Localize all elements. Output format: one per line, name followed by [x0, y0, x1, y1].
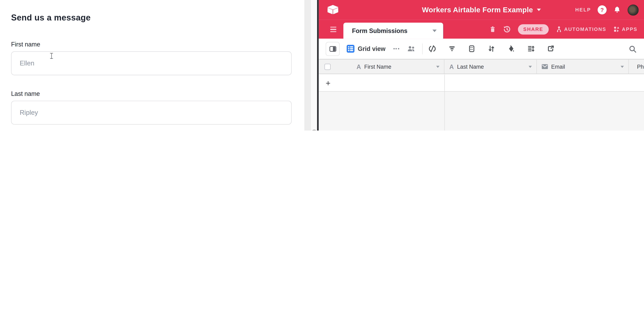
automations-icon: [556, 26, 562, 33]
form-title: Send us a message: [11, 13, 292, 23]
first-name-label: First name: [11, 41, 40, 48]
single-line-text-icon: A: [356, 63, 361, 70]
last-name-label: Last name: [11, 90, 40, 97]
page-scrollbar[interactable]: [311, 0, 317, 131]
add-row-plus-icon[interactable]: +: [326, 79, 330, 87]
screen: Send us a message First name Last name: [0, 0, 644, 131]
last-name-input[interactable]: [11, 101, 292, 125]
sidebar-toggle-icon: [329, 46, 336, 52]
view-toolbar: Grid view: [319, 39, 644, 59]
hide-fields-icon[interactable]: [429, 45, 436, 52]
add-row[interactable]: +: [319, 75, 644, 92]
row-height-icon[interactable]: [528, 45, 534, 52]
base-title-caret-icon[interactable]: [537, 9, 541, 11]
column-header-last-name[interactable]: A Last Name: [444, 60, 537, 74]
automations-button[interactable]: AUTOMATIONS: [556, 26, 606, 33]
single-line-text-icon: A: [449, 63, 454, 70]
apps-icon: [613, 26, 620, 33]
base-title[interactable]: Workers Airtable Form Example: [422, 6, 533, 14]
first-name-input[interactable]: [11, 52, 292, 75]
grid-header-row: A First Name A Last Name Email: [319, 59, 644, 74]
filter-icon[interactable]: [448, 45, 456, 52]
page-gutter: [304, 0, 311, 131]
help-button[interactable]: HELP: [575, 7, 591, 13]
column-header-first-name[interactable]: A First Name: [319, 60, 444, 74]
column-header-email[interactable]: Email: [537, 60, 629, 74]
first-name-field: First name: [11, 41, 292, 75]
window-divider: [317, 0, 319, 131]
share-button[interactable]: SHARE: [518, 24, 548, 34]
notifications-bell-icon[interactable]: [613, 6, 621, 14]
color-icon[interactable]: [508, 45, 515, 52]
toolbar-divider: [422, 43, 423, 54]
select-all-checkbox[interactable]: [324, 64, 330, 70]
contact-form: Send us a message First name Last name: [11, 13, 292, 131]
search-button[interactable]: [629, 39, 637, 59]
collaborators-icon[interactable]: [407, 45, 416, 52]
table-list-menu-icon[interactable]: [330, 27, 336, 32]
search-icon: [629, 45, 637, 53]
tab-caret-icon[interactable]: [432, 29, 436, 32]
view-sidebar-toggle-button[interactable]: [326, 42, 340, 56]
airtable-pane: Workers Airtable Form Example HELP ? For…: [319, 0, 644, 131]
column-menu-caret-icon[interactable]: [529, 66, 532, 68]
grid-view-icon[interactable]: [346, 45, 354, 53]
contact-form-pane: Send us a message First name Last name: [0, 0, 304, 131]
help-circle-icon[interactable]: ?: [598, 5, 607, 14]
last-name-field: Last name: [11, 90, 292, 125]
share-view-icon[interactable]: [547, 45, 554, 52]
column-header-phone[interactable]: Phone: [629, 60, 644, 74]
history-icon[interactable]: [503, 25, 511, 33]
trash-icon[interactable]: [489, 26, 496, 33]
group-icon[interactable]: [468, 45, 475, 52]
sort-icon[interactable]: [488, 45, 495, 52]
view-options-icon[interactable]: [393, 48, 399, 49]
view-name[interactable]: Grid view: [358, 45, 386, 52]
tab-form-submissions[interactable]: Form Submissions: [343, 23, 443, 39]
column-menu-caret-icon[interactable]: [620, 66, 624, 68]
airtable-topbar: Workers Airtable Form Example HELP ?: [319, 0, 644, 20]
column-menu-caret-icon[interactable]: [436, 66, 440, 68]
page-scrollbar-thumb[interactable]: [312, 130, 316, 131]
column-grid-line: [444, 75, 445, 131]
airtable-tabbar: Form Submissions SHARE: [319, 20, 644, 39]
email-type-icon: [542, 64, 548, 69]
grid-empty-canvas: [319, 92, 644, 131]
user-avatar[interactable]: [628, 4, 639, 15]
apps-button[interactable]: APPS: [613, 26, 638, 33]
